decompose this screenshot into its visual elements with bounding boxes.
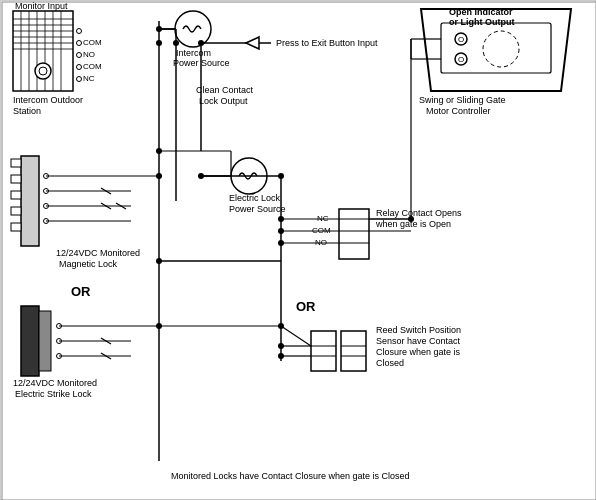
svg-point-138 [156, 148, 162, 154]
svg-point-26 [175, 11, 211, 47]
svg-point-111 [278, 343, 284, 349]
svg-rect-51 [11, 207, 21, 215]
svg-text:Swing or Sliding Gate: Swing or Sliding Gate [419, 95, 506, 105]
svg-text:Clean Contact: Clean Contact [196, 85, 254, 95]
svg-point-15 [39, 67, 47, 75]
svg-rect-47 [21, 156, 39, 246]
svg-text:OR: OR [296, 299, 316, 314]
svg-text:Relay Contact Opens: Relay Contact Opens [376, 208, 462, 218]
svg-point-39 [198, 40, 204, 46]
svg-text:Lock Output: Lock Output [199, 96, 248, 106]
svg-rect-49 [11, 175, 21, 183]
svg-text:12/24VDC Monitored: 12/24VDC Monitored [13, 378, 97, 388]
svg-point-18 [77, 53, 82, 58]
svg-text:Closed: Closed [376, 358, 404, 368]
svg-text:or Light Output: or Light Output [449, 17, 514, 27]
svg-text:Power Source: Power Source [229, 204, 286, 214]
svg-text:O: O [458, 35, 464, 44]
svg-point-20 [77, 77, 82, 82]
svg-rect-52 [11, 223, 21, 231]
svg-rect-68 [21, 306, 39, 376]
svg-text:12/24VDC Monitored: 12/24VDC Monitored [56, 248, 140, 258]
svg-rect-102 [311, 331, 336, 371]
svg-point-17 [77, 41, 82, 46]
svg-rect-69 [39, 311, 51, 371]
svg-text:NO: NO [83, 50, 95, 59]
svg-point-134 [156, 40, 162, 46]
svg-text:Sensor have Contact: Sensor have Contact [376, 336, 461, 346]
svg-text:Closure when gate is: Closure when gate is [376, 347, 461, 357]
intercom-outdoor-label: Intercom Outdoor [13, 95, 83, 105]
svg-point-140 [156, 258, 162, 264]
svg-rect-103 [341, 331, 366, 371]
svg-text:Electric Lock: Electric Lock [229, 193, 281, 203]
svg-text:Station: Station [13, 106, 41, 116]
svg-rect-48 [11, 159, 21, 167]
svg-text:Open Indicator: Open Indicator [449, 7, 513, 17]
svg-point-131 [408, 216, 414, 222]
svg-text:Reed Switch Position: Reed Switch Position [376, 325, 461, 335]
svg-text:COM: COM [83, 62, 102, 71]
svg-point-122 [483, 31, 519, 67]
svg-text:COM: COM [83, 38, 102, 47]
svg-text:Magnetic Lock: Magnetic Lock [59, 259, 118, 269]
svg-text:Press to Exit Button Input: Press to Exit Button Input [276, 38, 378, 48]
svg-point-112 [278, 353, 284, 359]
svg-text:OR: OR [71, 284, 91, 299]
svg-text:Monitored Locks have Contact C: Monitored Locks have Contact Closure whe… [171, 471, 410, 481]
svg-text:NC: NC [83, 74, 95, 83]
svg-text:Intercom: Intercom [176, 48, 211, 58]
svg-text:Motor Controller: Motor Controller [426, 106, 491, 116]
svg-text:O: O [458, 55, 464, 64]
svg-point-64 [156, 173, 162, 179]
svg-rect-81 [339, 209, 369, 259]
svg-rect-50 [11, 191, 21, 199]
svg-point-19 [77, 65, 82, 70]
svg-point-16 [77, 29, 82, 34]
monitor-input-label: Monitor Input [15, 1, 68, 11]
wiring-diagram: Monitor Input COM NO COM NC Intercom Out… [0, 0, 596, 500]
svg-point-135 [173, 40, 179, 46]
svg-text:Electric Strike Lock: Electric Strike Lock [15, 389, 92, 399]
